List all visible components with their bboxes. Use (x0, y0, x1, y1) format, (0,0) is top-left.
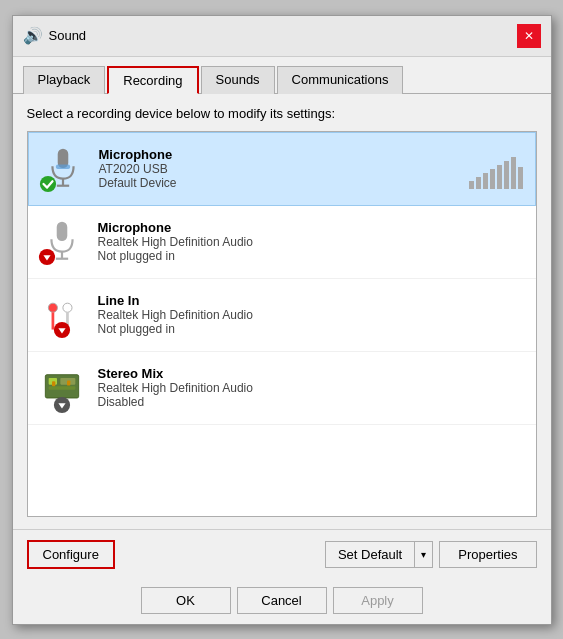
device-icon-wrapper (36, 362, 88, 414)
level-bar (490, 169, 495, 189)
device-name: Microphone (98, 220, 253, 235)
close-button[interactable]: ✕ (517, 24, 541, 48)
svg-point-12 (62, 303, 71, 312)
device-name: Stereo Mix (98, 366, 253, 381)
svg-rect-5 (56, 221, 67, 240)
tab-sounds[interactable]: Sounds (201, 66, 275, 94)
ok-button[interactable]: OK (141, 587, 231, 614)
level-bar (504, 161, 509, 189)
device-list: Microphone AT2020 USB Default Device (27, 131, 537, 517)
device-info: Line In Realtek High Definition Audio No… (98, 293, 253, 336)
device-info: Stereo Mix Realtek High Definition Audio… (98, 366, 253, 409)
footer-buttons: Configure Set Default ▾ Properties (13, 529, 551, 579)
device-icon-wrapper (36, 216, 88, 268)
content-area: Select a recording device below to modif… (13, 94, 551, 529)
level-bar (511, 157, 516, 189)
level-bar (497, 165, 502, 189)
unplugged-icon (38, 248, 56, 266)
apply-button[interactable]: Apply (333, 587, 423, 614)
device-status: Not plugged in (98, 249, 253, 263)
tab-communications[interactable]: Communications (277, 66, 404, 94)
instruction-text: Select a recording device below to modif… (27, 106, 537, 121)
level-bar (469, 181, 474, 189)
sound-dialog: 🔊 Sound ✕ Playback Recording Sounds Comm… (12, 15, 552, 625)
default-check-icon (39, 175, 57, 193)
list-item[interactable]: Microphone Realtek High Definition Audio… (28, 206, 536, 279)
set-default-button[interactable]: Set Default (325, 541, 414, 568)
sound-icon: 🔊 (23, 26, 43, 45)
title-bar: 🔊 Sound ✕ (13, 16, 551, 57)
properties-button[interactable]: Properties (439, 541, 536, 568)
svg-rect-19 (48, 386, 75, 389)
bottom-buttons: OK Cancel Apply (13, 579, 551, 624)
device-info: Microphone AT2020 USB Default Device (99, 147, 177, 190)
svg-rect-3 (55, 164, 69, 168)
level-bar (518, 167, 523, 189)
list-item[interactable]: Microphone AT2020 USB Default Device (28, 132, 536, 206)
set-default-dropdown[interactable]: ▾ (414, 541, 433, 568)
svg-point-4 (39, 175, 55, 191)
device-icon-wrapper (36, 289, 88, 341)
svg-point-10 (48, 303, 57, 312)
title-bar-left: 🔊 Sound (23, 26, 87, 45)
device-desc: Realtek High Definition Audio (98, 381, 253, 395)
device-icon-wrapper (37, 143, 89, 195)
device-name: Line In (98, 293, 253, 308)
device-desc: Realtek High Definition Audio (98, 308, 253, 322)
cancel-button[interactable]: Cancel (237, 587, 327, 614)
set-default-group: Set Default ▾ (325, 541, 433, 568)
disabled-icon (53, 396, 71, 414)
svg-rect-20 (52, 381, 55, 386)
unplugged-icon (53, 321, 71, 339)
level-bar (476, 177, 481, 189)
device-status: Disabled (98, 395, 253, 409)
list-item[interactable]: Line In Realtek High Definition Audio No… (28, 279, 536, 352)
window-title: Sound (49, 28, 87, 43)
level-bar (483, 173, 488, 189)
device-desc: AT2020 USB (99, 162, 177, 176)
tab-playback[interactable]: Playback (23, 66, 106, 94)
list-item[interactable]: Stereo Mix Realtek High Definition Audio… (28, 352, 536, 425)
device-status: Default Device (99, 176, 177, 190)
device-name: Microphone (99, 147, 177, 162)
tab-recording[interactable]: Recording (107, 66, 198, 94)
device-desc: Realtek High Definition Audio (98, 235, 253, 249)
configure-button[interactable]: Configure (27, 540, 115, 569)
tabs-container: Playback Recording Sounds Communications (13, 57, 551, 94)
device-status: Not plugged in (98, 322, 253, 336)
level-bars (469, 149, 527, 189)
device-info: Microphone Realtek High Definition Audio… (98, 220, 253, 263)
svg-rect-21 (67, 380, 70, 385)
